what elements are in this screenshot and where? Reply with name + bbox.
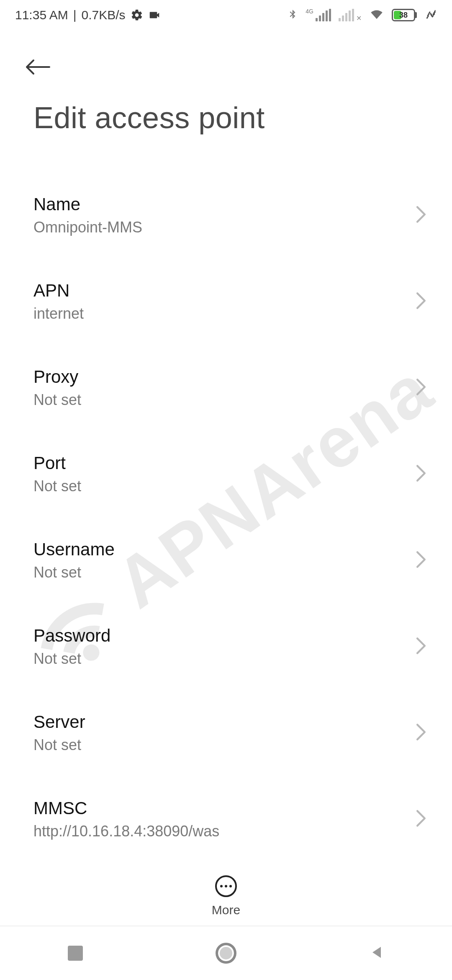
chevron-right-icon — [415, 550, 427, 570]
row-label: Proxy — [33, 367, 419, 387]
row-value: Not set — [33, 477, 419, 495]
gear-icon — [131, 9, 143, 21]
more-button[interactable]: More — [212, 875, 240, 917]
row-mms-proxy[interactable]: MMS proxy 10.16.18.77 — [0, 866, 452, 867]
page-title: Edit access point — [33, 101, 427, 135]
chevron-right-icon — [415, 378, 427, 398]
row-label: APN — [33, 281, 419, 301]
row-label: Password — [33, 626, 419, 646]
row-label: MMSC — [33, 798, 419, 818]
no-sim-x-icon: ✕ — [356, 14, 362, 22]
row-value: Not set — [33, 736, 419, 754]
status-time: 11:35 AM — [15, 8, 68, 22]
status-right: 4G ✕ 38 🗲 — [287, 8, 437, 22]
row-username[interactable]: Username Not set — [0, 521, 452, 600]
chevron-right-icon — [415, 723, 427, 743]
row-label: Username — [33, 539, 419, 560]
nav-recents-button[interactable] — [33, 926, 117, 980]
chevron-right-icon — [415, 637, 427, 657]
row-server[interactable]: Server Not set — [0, 694, 452, 772]
row-apn[interactable]: APN internet — [0, 262, 452, 341]
bluetooth-icon — [287, 8, 298, 22]
battery-icon: 38 — [392, 9, 417, 21]
signal-primary-icon: 4G — [306, 9, 331, 21]
row-mmsc[interactable]: MMSC http://10.16.18.4:38090/was — [0, 780, 452, 859]
row-value: Omnipoint-MMS — [33, 219, 419, 236]
wifi-icon — [369, 8, 384, 22]
charging-bolt-icon: 🗲 — [426, 9, 437, 22]
row-port[interactable]: Port Not set — [0, 435, 452, 513]
row-label: Port — [33, 453, 419, 473]
bottom-action-bar: More — [0, 875, 452, 917]
more-label: More — [212, 903, 240, 917]
chevron-right-icon — [415, 291, 427, 312]
battery-percent: 38 — [393, 11, 414, 20]
row-label: Name — [33, 194, 419, 214]
row-value: internet — [33, 305, 419, 322]
row-value: http://10.16.18.4:38090/was — [33, 823, 419, 840]
signal-secondary-icon: ✕ — [339, 9, 362, 21]
row-value: Not set — [33, 650, 419, 668]
triangle-left-icon — [368, 944, 385, 962]
chevron-right-icon — [415, 464, 427, 484]
row-value: Not set — [33, 564, 419, 581]
square-icon — [68, 946, 83, 961]
system-nav-bar — [0, 926, 452, 980]
status-net-speed: 0.7KB/s — [82, 8, 126, 22]
chevron-right-icon — [415, 809, 427, 829]
row-value: Not set — [33, 391, 419, 409]
more-ellipsis-icon — [215, 875, 237, 897]
circle-icon — [216, 943, 236, 964]
network-label: 4G — [306, 8, 313, 15]
row-password[interactable]: Password Not set — [0, 607, 452, 686]
row-name[interactable]: Name Omnipoint-MMS — [0, 176, 452, 255]
back-button[interactable] — [25, 50, 59, 84]
row-label: Server — [33, 712, 419, 732]
camera-icon — [148, 9, 161, 21]
nav-home-button[interactable] — [184, 926, 268, 980]
settings-list: Name Omnipoint-MMS APN internet Proxy No… — [0, 176, 452, 867]
status-left: 11:35 AM | 0.7KB/s — [15, 8, 161, 22]
status-bar: 11:35 AM | 0.7KB/s 4G ✕ 38 — [0, 0, 452, 30]
status-separator: | — [73, 8, 77, 22]
row-proxy[interactable]: Proxy Not set — [0, 348, 452, 427]
chevron-right-icon — [415, 205, 427, 225]
nav-back-button[interactable] — [335, 926, 419, 980]
arrow-left-icon — [25, 59, 50, 75]
app-bar — [0, 50, 452, 84]
